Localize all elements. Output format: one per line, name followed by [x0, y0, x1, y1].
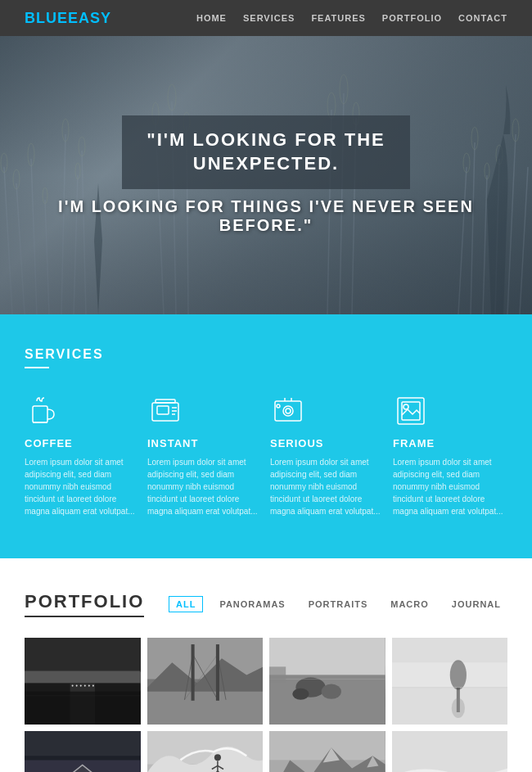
svg-point-97 [214, 754, 220, 761]
portfolio-item-snow[interactable]: FRAME 3 [392, 731, 508, 772]
filter-journal[interactable]: JOURNAL [445, 597, 507, 612]
filter-portraits[interactable]: PORTRAITS [302, 597, 375, 612]
services-title: SERVICES [25, 347, 507, 362]
svg-point-63 [88, 685, 90, 687]
coffee-desc: Lorem ipsum dolor sit amet adipiscing el… [25, 456, 139, 517]
portfolio-img-bridge [147, 638, 264, 725]
portfolio-section: PORTFOLIO ALL PANORAMAS PORTRAITS MACRO … [0, 558, 532, 772]
service-coffee: COFFEE Lorem ipsum dolor sit amet adipis… [25, 393, 139, 517]
portfolio-item-house[interactable] [25, 731, 141, 772]
service-instant: INSTANT Lorem ipsum dolor sit amet adipi… [147, 393, 262, 517]
svg-rect-107 [392, 731, 508, 772]
services-line [25, 367, 49, 368]
nav-services[interactable]: SERVICES [243, 13, 295, 23]
portfolio-img-pier [25, 638, 141, 725]
instant-name: INSTANT [147, 437, 262, 449]
instant-icon [147, 393, 183, 429]
header: BLUEEASY HOME SERVICES FEATURES PORTFOLI… [0, 0, 532, 36]
portfolio-img-snow: FRAME 3 [392, 731, 508, 772]
portfolio-item-bridge[interactable] [147, 638, 264, 725]
logo: BLUEEASY [25, 10, 111, 27]
hero-box: "I'M LOOKING FOR THE UNEXPECTED. [122, 115, 410, 188]
instant-desc: Lorem ipsum dolor sit amet adipiscing el… [147, 456, 262, 517]
portfolio-item-mountain[interactable] [269, 731, 385, 772]
svg-point-48 [277, 404, 280, 408]
nav-features[interactable]: FEATURES [311, 13, 365, 23]
svg-rect-65 [25, 692, 141, 725]
hero-line2: UNEXPECTED. [147, 152, 385, 176]
main-nav: HOME SERVICES FEATURES PORTFOLIO CONTACT [196, 13, 507, 23]
hero-section: "I'M LOOKING FOR THE UNEXPECTED. I'M LOO… [0, 36, 532, 314]
portfolio-item-pier[interactable] [25, 638, 141, 725]
services-section: SERVICES COFFEE Lorem ipsum dolor sit am… [0, 314, 532, 558]
svg-point-60 [76, 685, 78, 687]
frame-name: FRAME [393, 437, 507, 449]
services-grid: COFFEE Lorem ipsum dolor sit amet adipis… [25, 393, 507, 517]
serious-desc: Lorem ipsum dolor sit amet adipiscing el… [270, 456, 385, 517]
serious-name: SERIOUS [270, 437, 385, 449]
filter-all[interactable]: ALL [169, 596, 203, 612]
filter-panoramas[interactable]: PANORAMAS [213, 597, 291, 612]
portfolio-header: PORTFOLIO ALL PANORAMAS PORTRAITS MACRO … [25, 591, 507, 617]
svg-point-86 [449, 660, 466, 689]
portfolio-img-house [25, 731, 141, 772]
svg-rect-75 [215, 644, 219, 701]
svg-point-47 [286, 409, 291, 413]
logo-blue: BLUE [25, 10, 68, 26]
svg-rect-77 [269, 638, 385, 675]
svg-point-81 [292, 688, 309, 700]
svg-point-80 [322, 684, 341, 699]
portfolio-img-rocks [269, 638, 385, 725]
svg-point-46 [283, 406, 293, 416]
svg-point-88 [451, 698, 464, 718]
nav-portfolio[interactable]: PORTFOLIO [382, 13, 442, 23]
nav-contact[interactable]: CONTACT [458, 13, 507, 23]
logo-white: EASY [68, 10, 111, 26]
serious-icon [270, 393, 306, 429]
coffee-name: COFFEE [25, 437, 139, 449]
hero-text-container: "I'M LOOKING FOR THE UNEXPECTED. I'M LOO… [0, 115, 532, 234]
portfolio-item-wave[interactable] [147, 731, 264, 772]
svg-rect-78 [269, 675, 385, 725]
portfolio-img-tree [392, 638, 508, 725]
svg-point-61 [80, 685, 82, 687]
portfolio-img-mountain [269, 731, 385, 772]
service-frame: FRAME Lorem ipsum dolor sit amet adipisc… [393, 393, 507, 517]
svg-point-53 [404, 404, 408, 409]
portfolio-title: PORTFOLIO [25, 591, 144, 617]
portfolio-filters: ALL PANORAMAS PORTRAITS MACRO JOURNAL [169, 596, 507, 612]
hero-line1: "I'M LOOKING FOR THE [147, 129, 385, 152]
hero-subtitle: I'M LOOKING FOR THINGS I'VE NEVER SEEN B… [0, 197, 532, 235]
coffee-icon [25, 393, 61, 429]
nav-home[interactable]: HOME [196, 13, 227, 23]
svg-rect-55 [25, 638, 141, 670]
svg-point-64 [92, 685, 94, 687]
svg-point-62 [84, 685, 86, 687]
portfolio-grid: FRAME 3 [25, 638, 507, 772]
frame-desc: Lorem ipsum dolor sit amet adipiscing el… [393, 456, 507, 517]
svg-rect-69 [147, 692, 264, 725]
portfolio-item-tree[interactable] [392, 638, 508, 725]
svg-rect-41 [157, 406, 169, 414]
frame-icon [393, 393, 429, 429]
svg-rect-40 [156, 400, 175, 403]
svg-rect-37 [33, 406, 47, 422]
portfolio-img-wave [147, 731, 264, 772]
filter-macro[interactable]: MACRO [384, 597, 435, 612]
portfolio-item-rocks[interactable] [269, 638, 385, 725]
svg-rect-74 [191, 644, 194, 701]
service-serious: SERIOUS Lorem ipsum dolor sit amet adipi… [270, 393, 385, 517]
svg-rect-56 [25, 670, 141, 683]
svg-point-59 [72, 685, 74, 687]
